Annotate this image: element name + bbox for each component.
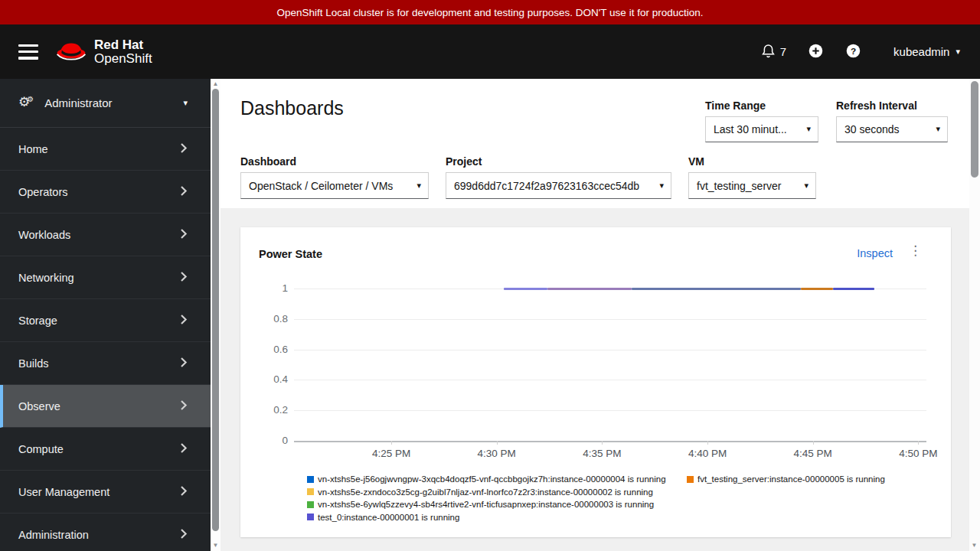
main-content: Dashboards Time Range Last 30 minut... ▾… — [220, 79, 969, 551]
redhat-openshift-logo: Red Hat OpenShift — [55, 38, 152, 66]
legend-item: test_0:instance-00000001 is running — [307, 513, 666, 522]
power-state-line-segment — [833, 288, 875, 290]
project-value: 699d6dd7c1724f2a97623163ccec54db — [454, 180, 639, 192]
user-menu[interactable]: kubeadmin ▾ — [893, 45, 960, 58]
sidebar-item-workloads[interactable]: Workloads — [0, 214, 211, 256]
power-state-line-segment — [504, 288, 547, 290]
main-scrollbar-thumb[interactable] — [971, 81, 978, 178]
sidebar-item-user-management[interactable]: User Management — [0, 471, 211, 514]
sidebar-item-storage[interactable]: Storage — [0, 299, 211, 342]
dev-warning-text: OpenShift Local cluster is for developme… — [277, 7, 704, 18]
x-tick-label: 4:40 PM — [681, 448, 734, 459]
chevron-right-icon — [180, 142, 188, 156]
sidebar-item-label: Observe — [18, 400, 180, 412]
x-tick — [813, 441, 814, 445]
y-tick-label: 0 — [257, 435, 288, 446]
y-tick-label: 0.8 — [257, 313, 288, 324]
y-tick-label: 1 — [257, 282, 288, 294]
caret-down-icon: ▾ — [956, 47, 960, 57]
gridline — [294, 380, 926, 380]
sidebar-item-observe[interactable]: Observe — [0, 385, 211, 428]
x-axis-line — [294, 441, 926, 442]
legend-swatch-icon — [687, 476, 694, 483]
vm-label: VM — [688, 155, 704, 168]
chevron-right-icon — [180, 442, 188, 456]
legend-swatch-icon — [307, 514, 314, 520]
chart-title: Power State — [259, 248, 322, 260]
dashboard-value: OpenStack / Ceilometer / VMs — [249, 180, 393, 192]
chevron-right-icon — [180, 185, 188, 199]
kebab-menu-icon[interactable]: ⋮ — [909, 244, 922, 257]
svg-text:?: ? — [851, 45, 856, 56]
perspective-switcher[interactable]: ⚙⚙ Administrator ▾ — [0, 79, 211, 128]
inspect-link[interactable]: Inspect — [857, 247, 893, 259]
legend-column: vn-xtshs5e-j56ogjwvngpw-3xqcb4doqzf5-vnf… — [307, 474, 666, 525]
chevron-right-icon — [180, 314, 188, 328]
chevron-right-icon — [180, 228, 188, 242]
gridline — [294, 350, 926, 350]
openshift-console: OpenShift Local cluster is for developme… — [0, 0, 980, 551]
legend-column: fvt_testing_server:instance-00000005 is … — [687, 474, 885, 487]
main-scrollbar[interactable]: ▼ — [969, 79, 980, 551]
refresh-interval-value: 30 seconds — [844, 123, 900, 135]
sidebar-scrollbar-thumb[interactable] — [212, 89, 219, 531]
x-tick-label: 4:30 PM — [470, 448, 524, 459]
time-range-select[interactable]: Last 30 minut... ▾ — [705, 116, 818, 142]
power-state-line-segment — [632, 288, 801, 290]
caret-down-icon: ▾ — [183, 98, 188, 108]
caret-down-icon: ▾ — [806, 124, 811, 134]
legend-label: vn-xtshs5e-zxndoco3z5cg-g2uibl7nljaz-vnf… — [318, 487, 653, 497]
caret-down-icon: ▾ — [804, 180, 808, 190]
sidebar-items: HomeOperatorsWorkloadsNetworkingStorageB… — [0, 128, 211, 551]
project-select[interactable]: 699d6dd7c1724f2a97623163ccec54db ▾ — [446, 172, 671, 199]
vm-select[interactable]: fvt_testing_server ▾ — [688, 172, 816, 199]
bell-icon — [761, 43, 776, 61]
x-tick-label: 4:35 PM — [575, 448, 629, 459]
add-button[interactable] — [808, 43, 824, 61]
sidebar-item-label: Administration — [18, 529, 180, 541]
notifications-button[interactable]: 7 — [761, 43, 786, 61]
sidebar-item-label: Compute — [18, 443, 180, 455]
help-button[interactable]: ? — [845, 43, 861, 61]
refresh-interval-select[interactable]: 30 seconds ▾ — [836, 116, 948, 142]
brand-line1: Red Hat — [94, 38, 152, 52]
legend-item: vn-xtshs5e-6ywlq5zzevy4-sb4rs4rtive2-vnf… — [307, 500, 666, 509]
legend-label: vn-xtshs5e-6ywlq5zzevy4-sb4rs4rtive2-vnf… — [318, 500, 654, 509]
legend-swatch-icon — [307, 501, 314, 508]
legend-swatch-icon — [307, 476, 314, 483]
menu-toggle-icon[interactable] — [18, 44, 38, 60]
chevron-right-icon — [180, 528, 188, 542]
sidebar-item-home[interactable]: Home — [0, 128, 211, 171]
username: kubeadmin — [893, 45, 949, 58]
dev-warning-banner: OpenShift Local cluster is for developme… — [0, 0, 980, 24]
project-label: Project — [446, 155, 482, 168]
sidebar-item-networking[interactable]: Networking — [0, 256, 211, 299]
question-circle-icon: ? — [845, 43, 861, 61]
sidebar-item-builds[interactable]: Builds — [0, 342, 211, 385]
sidebar-item-administration[interactable]: Administration — [0, 514, 211, 551]
y-tick-label: 0.2 — [257, 404, 288, 416]
caret-down-icon: ▾ — [936, 124, 940, 134]
legend-label: test_0:instance-00000001 is running — [318, 513, 459, 522]
brand-line2: OpenShift — [94, 52, 152, 66]
x-tick — [707, 441, 708, 445]
dashboard-select[interactable]: OpenStack / Ceilometer / VMs ▾ — [240, 172, 429, 199]
chevron-right-icon — [180, 357, 188, 370]
power-state-card: Power State Inspect ⋮ 10.80.60.40.204:25… — [240, 227, 951, 537]
sidebar-item-operators[interactable]: Operators — [0, 171, 211, 214]
cogs-icon: ⚙⚙ — [18, 94, 37, 110]
notification-count: 7 — [780, 45, 786, 58]
gridline — [294, 319, 926, 320]
scroll-down-icon[interactable]: ▼ — [211, 541, 220, 550]
scroll-down-icon[interactable]: ▼ — [969, 541, 979, 550]
sidebar-item-label: Builds — [18, 357, 180, 370]
sidebar-nav: ⚙⚙ Administrator ▾ HomeOperatorsWorkload… — [0, 79, 211, 551]
sidebar-item-compute[interactable]: Compute — [0, 428, 211, 471]
legend-swatch-icon — [307, 488, 314, 495]
sidebar-scrollbar[interactable]: ▲ ▼ — [211, 79, 220, 551]
scroll-up-icon[interactable]: ▲ — [211, 80, 220, 89]
x-tick-label: 4:45 PM — [786, 448, 840, 459]
power-state-chart: 10.80.60.40.204:25 PM4:30 PM4:35 PM4:40 … — [294, 289, 926, 441]
redhat-fedora-icon — [55, 39, 87, 65]
x-tick-label: 4:25 PM — [364, 448, 418, 459]
